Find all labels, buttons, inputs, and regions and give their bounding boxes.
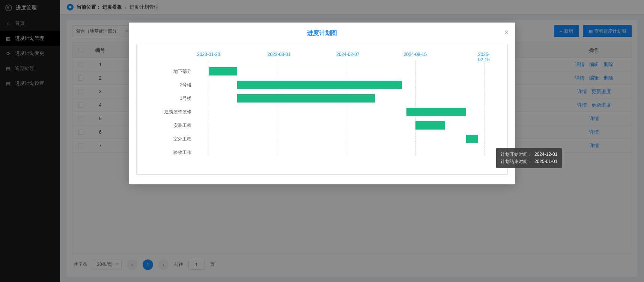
modal-overlay[interactable]: 进度计划图 × 2023-01-232023-08-012024-02-0720… [0, 0, 644, 282]
gantt-date-label: 2024-02-07 [336, 52, 359, 57]
gantt-row: 室外工程 [148, 132, 496, 146]
gantt-tooltip: 计划开始时间：2024-12-01 计划结束时间：2025-01-01 [496, 148, 562, 168]
gantt-row: 验收工作 [148, 146, 496, 159]
gantt-chart: 2023-01-232023-08-012024-02-072024-08-15… [136, 44, 508, 175]
gantt-bar[interactable] [406, 108, 466, 116]
gantt-task-label: 室外工程 [148, 136, 197, 142]
gantt-task-label: 地下部分 [148, 68, 197, 75]
modal-title: 进度计划图 [307, 30, 337, 36]
gantt-task-label: 验收工作 [148, 149, 197, 156]
gantt-row: 建筑装饰装修 [148, 105, 496, 119]
gantt-bar[interactable] [237, 94, 375, 103]
gantt-task-label: 建筑装饰装修 [148, 109, 197, 115]
gantt-date-label: 2024-08-15 [404, 52, 427, 57]
modal-close-button[interactable]: × [504, 29, 509, 36]
gantt-row: 安装工程 [148, 119, 496, 132]
gantt-row: 地下部分 [148, 65, 496, 78]
gantt-bar[interactable] [466, 135, 478, 143]
gantt-row: 2号楼 [148, 78, 496, 92]
gantt-task-label: 1号楼 [148, 95, 197, 102]
gantt-bar[interactable] [209, 67, 237, 75]
gantt-task-label: 安装工程 [148, 122, 197, 129]
gantt-bar[interactable] [415, 121, 445, 130]
gantt-task-label: 2号楼 [148, 82, 197, 88]
gantt-row: 1号楼 [148, 92, 496, 105]
gantt-modal: 进度计划图 × 2023-01-232023-08-012024-02-0720… [129, 23, 515, 184]
gantt-bar[interactable] [237, 81, 402, 89]
gantt-date-label: 2023-01-23 [197, 52, 220, 57]
gantt-date-label: 2023-08-01 [268, 52, 290, 57]
